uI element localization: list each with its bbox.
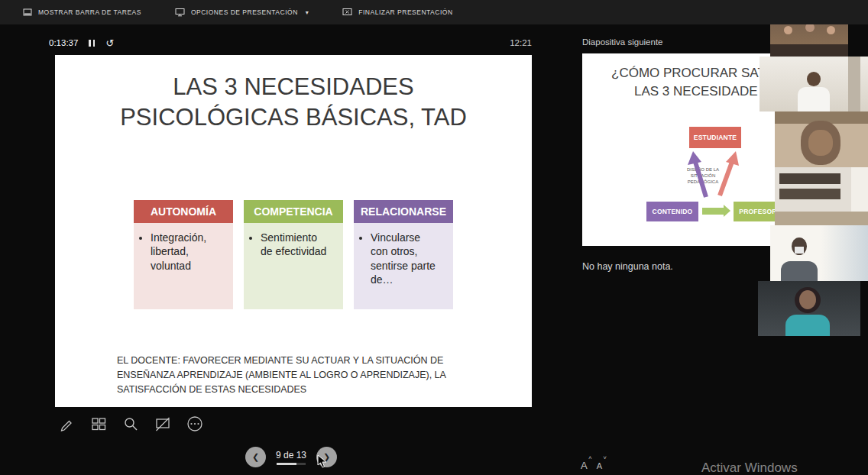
annotation-toolbar — [57, 413, 204, 434]
slide-progress-bar — [277, 463, 306, 465]
participant-video-4[interactable] — [775, 167, 868, 225]
notes-placeholder: No hay ninguna nota. — [582, 261, 673, 272]
participant-video-2[interactable] — [760, 57, 868, 111]
column-autonomia: AUTONOMÍA Integración, libertad, volunta… — [134, 200, 233, 309]
activate-windows-watermark: Activar Windows — [701, 460, 798, 475]
show-taskbar-button[interactable]: MOSTRAR BARRA DE TAREAS — [23, 8, 141, 17]
column-header: RELACIONARSE — [354, 200, 453, 223]
decrease-font-button[interactable]: A ˅ — [597, 458, 602, 472]
slide-grid-icon[interactable] — [89, 413, 108, 434]
restart-timer-button[interactable]: ↺ — [105, 38, 114, 48]
laser-pointer-icon[interactable] — [153, 413, 172, 434]
mouse-cursor — [317, 454, 328, 468]
caret-down-icon: ˅ — [603, 454, 607, 461]
column-body: Vincularse con otros, sentirse parte de… — [354, 223, 453, 309]
presentation-options-label: OPCIONES DE PRESENTACIÓN — [191, 8, 298, 16]
participant-video-3[interactable] — [775, 111, 868, 167]
participant-video-5[interactable] — [770, 225, 868, 281]
elapsed-timer: 0:13:37 — [49, 38, 78, 47]
show-taskbar-label: MOSTRAR BARRA DE TAREAS — [38, 8, 141, 16]
timer-row: 0:13:37 ↺ 12:21 — [49, 37, 532, 49]
column-relacionarse: RELACIONARSE Vincularse con otros, senti… — [354, 200, 453, 309]
pause-timer-button[interactable] — [89, 40, 95, 47]
pen-icon[interactable] — [57, 413, 76, 434]
column-header: COMPETENCIA — [244, 200, 343, 223]
participant-video-6[interactable] — [758, 281, 860, 336]
notes-font-controls: A ˄ A ˅ — [581, 458, 602, 472]
end-presentation-label: FINALIZAR PRESENTACIÓN — [358, 8, 452, 16]
bullet-item: Integración, libertad, voluntad — [151, 231, 218, 273]
column-body: Integración, libertad, voluntad — [134, 223, 233, 309]
current-slide[interactable]: LAS 3 NECESIDADES PSICOLÓGICAS BÁSICAS, … — [55, 55, 532, 407]
presentation-options-icon — [175, 8, 185, 17]
chevron-down-icon: ▾ — [306, 9, 309, 16]
column-header: AUTONOMÍA — [134, 200, 233, 223]
column-body: Sentimiento de efectividad — [244, 223, 343, 309]
magnifier-icon[interactable] — [121, 413, 140, 434]
bullet-item: Vincularse con otros, sentirse parte de… — [371, 231, 438, 287]
slide-position-label: 9 de 13 — [276, 450, 306, 460]
presentation-options-button[interactable]: OPCIONES DE PRESENTACIÓN ▾ — [175, 8, 309, 17]
bullet-item: Sentimiento de efectividad — [261, 231, 328, 259]
slide-footer-text: EL DOCENTE: FAVORECER MEDIANTE SU ACTUAR… — [117, 354, 465, 396]
current-time: 12:21 — [510, 38, 532, 47]
end-presentation-icon — [342, 8, 352, 17]
taskbar-icon — [23, 8, 32, 17]
column-competencia: COMPETENCIA Sentimiento de efectividad — [244, 200, 343, 309]
presenter-topbar: MOSTRAR BARRA DE TAREAS OPCIONES DE PRES… — [0, 0, 868, 24]
more-options-icon[interactable] — [185, 413, 204, 434]
end-presentation-button[interactable]: FINALIZAR PRESENTACIÓN — [342, 8, 452, 17]
previous-slide-button[interactable]: ❮ — [245, 447, 266, 467]
needs-columns: AUTONOMÍA Integración, libertad, volunta… — [134, 200, 453, 309]
slide-title: LAS 3 NECESIDADES PSICOLÓGICAS BÁSICAS, … — [114, 72, 473, 134]
contenido-profesor-arrow — [702, 208, 724, 215]
increase-font-button[interactable]: A ˄ — [581, 458, 588, 472]
next-slide-label: Diapositiva siguiente — [582, 37, 662, 47]
caret-up-icon: ˄ — [588, 454, 592, 461]
